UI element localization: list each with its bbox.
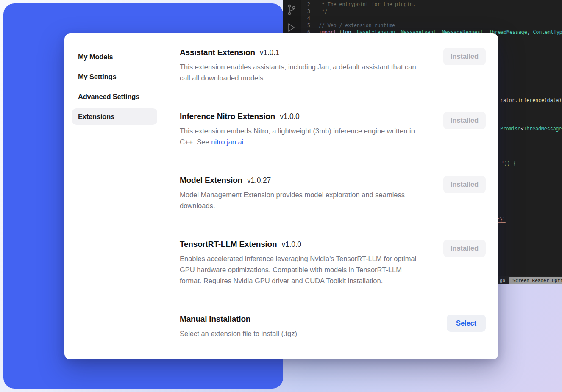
extension-info: Inference Nitro Extensionv1.0.0 This ext… xyxy=(180,112,425,147)
installed-button[interactable]: Installed xyxy=(443,48,486,65)
extension-info: Model Extensionv1.0.27 Model Management … xyxy=(180,176,425,211)
sidebar-item-my-models[interactable]: My Models xyxy=(72,49,157,65)
code-line: 3 */ xyxy=(300,8,562,15)
sidebar-item-my-settings[interactable]: My Settings xyxy=(72,69,157,85)
extension-version: v1.0.0 xyxy=(280,112,299,121)
extension-row-model: Model Extensionv1.0.27 Model Management … xyxy=(180,161,486,225)
installed-button[interactable]: Installed xyxy=(443,240,486,257)
sidebar-item-advanced-settings[interactable]: Advanced Settings xyxy=(72,88,157,105)
extension-description: This extension enables assistants, inclu… xyxy=(180,61,425,83)
code-line: 5// Web / extension runtime xyxy=(300,22,562,29)
sidebar-item-extensions[interactable]: Extensions xyxy=(72,108,157,125)
extension-title: TensortRT-LLM Extensionv1.0.0 xyxy=(180,240,425,249)
manual-installation-info: Manual Installation Select an extension … xyxy=(180,315,297,339)
installed-button[interactable]: Installed xyxy=(443,112,486,129)
extension-row-tensorrt: TensortRT-LLM Extensionv1.0.0 Enables ac… xyxy=(180,225,486,300)
status-text: go xyxy=(500,278,505,283)
code-fragment: ')) { xyxy=(501,160,516,167)
extension-description: Model Management Extension provides mode… xyxy=(180,189,425,211)
extension-row-nitro: Inference Nitro Extensionv1.0.0 This ext… xyxy=(180,97,486,161)
source-control-icon[interactable] xyxy=(287,3,297,18)
extension-row-assistant: Assistant Extensionv1.0.1 This extension… xyxy=(180,48,486,97)
extension-name: TensortRT-LLM Extension xyxy=(180,240,277,248)
desktop-background: 2 * The entrypoint for the plugin.3 */45… xyxy=(0,0,562,392)
manual-installation-description: Select an extension file to install (.tg… xyxy=(180,328,297,339)
code-line: 2 * The entrypoint for the plugin. xyxy=(300,1,562,8)
extension-name: Inference Nitro Extension xyxy=(180,112,275,121)
editor-status-bar: go Screen Reader Optimiz xyxy=(497,276,562,284)
code-fragment: rator.inference(data)); xyxy=(500,97,562,104)
extension-name: Assistant Extension xyxy=(180,48,255,57)
extension-version: v1.0.27 xyxy=(247,176,271,185)
extension-description: Enables accelerated inference leveraging… xyxy=(180,253,425,286)
extensions-panel: Assistant Extensionv1.0.1 This extension… xyxy=(165,33,498,359)
settings-modal: My Models My Settings Advanced Settings … xyxy=(64,33,498,359)
code-lines: 2 * The entrypoint for the plugin.3 */45… xyxy=(300,1,562,36)
extension-description: This extension embeds Nitro, a lightweig… xyxy=(180,125,425,147)
run-debug-icon[interactable] xyxy=(287,22,296,35)
code-line: 4 xyxy=(300,15,562,22)
extension-name: Model Extension xyxy=(180,176,242,185)
manual-installation-name: Manual Installation xyxy=(180,315,250,323)
extension-info: Assistant Extensionv1.0.1 This extension… xyxy=(180,48,425,83)
extension-info: TensortRT-LLM Extensionv1.0.0 Enables ac… xyxy=(180,240,425,286)
manual-installation-row: Manual Installation Select an extension … xyxy=(180,300,486,346)
extension-title: Inference Nitro Extensionv1.0.0 xyxy=(180,112,425,121)
manual-installation-title: Manual Installation xyxy=(180,315,297,324)
extension-title: Model Extensionv1.0.27 xyxy=(180,176,425,185)
installed-button[interactable]: Installed xyxy=(443,176,486,193)
code-fragment: Promise<ThreadMessage> xyxy=(500,125,562,133)
select-file-button[interactable]: Select xyxy=(447,315,486,332)
extension-version: v1.0.1 xyxy=(260,48,279,57)
settings-sidebar: My Models My Settings Advanced Settings … xyxy=(64,33,165,359)
extension-version: v1.0.0 xyxy=(281,240,301,248)
extension-title: Assistant Extensionv1.0.1 xyxy=(180,48,425,57)
screen-reader-badge[interactable]: Screen Reader Optimiz xyxy=(509,277,562,284)
nitro-link[interactable]: nitro.jan.ai. xyxy=(211,138,245,146)
